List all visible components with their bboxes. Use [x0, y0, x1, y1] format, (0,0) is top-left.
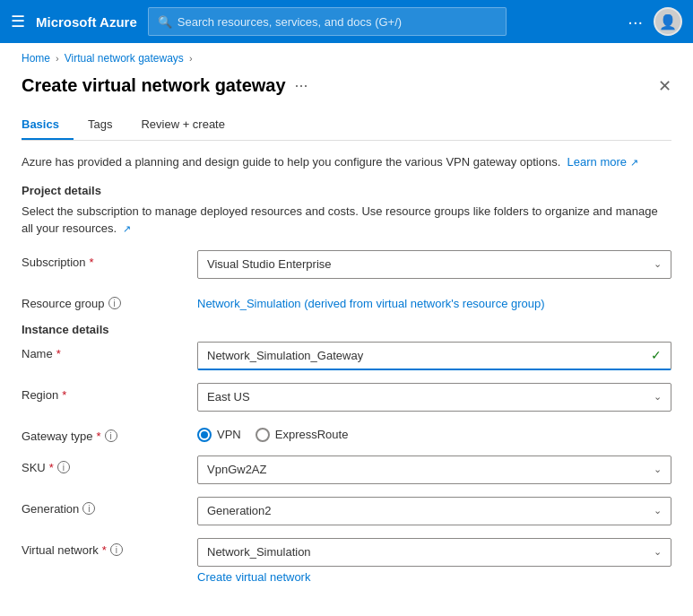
- generation-row: Generation i Generation2 ⌄: [22, 497, 671, 525]
- gateway-type-radio-group: VPN ExpressRoute: [197, 424, 671, 442]
- sku-label: SKU * i: [22, 455, 183, 474]
- region-chevron-icon: ⌄: [654, 391, 662, 403]
- radio-expressroute-label: ExpressRoute: [275, 428, 349, 441]
- breadcrumb-sep-1: ›: [56, 53, 59, 64]
- name-label: Name *: [22, 342, 183, 360]
- external-link-icon: ↗: [630, 157, 638, 168]
- gateway-type-info-icon[interactable]: i: [105, 429, 117, 442]
- subscription-dropdown[interactable]: Visual Studio Enterprise ⌄: [197, 250, 671, 279]
- radio-vpn-label: VPN: [217, 428, 241, 441]
- breadcrumb-parent[interactable]: Virtual network gateways: [65, 52, 184, 65]
- radio-vpn[interactable]: VPN: [197, 428, 241, 442]
- brand-name: Microsoft Azure: [36, 14, 137, 30]
- breadcrumb-home[interactable]: Home: [22, 52, 50, 65]
- subscription-label: Subscription *: [22, 250, 183, 269]
- subscription-value: Visual Studio Enterprise: [207, 257, 332, 271]
- create-virtual-network-link[interactable]: Create virtual network: [197, 570, 310, 584]
- page-options-icon[interactable]: ···: [295, 76, 308, 95]
- tab-review-create[interactable]: Review + create: [141, 110, 239, 140]
- name-input[interactable]: Network_Simulation_Gateway ✓: [197, 342, 671, 370]
- tab-basics[interactable]: Basics: [22, 110, 74, 140]
- generation-value: Generation2: [207, 504, 272, 517]
- gateway-type-required: *: [97, 429, 101, 443]
- sku-control: VpnGw2AZ ⌄: [197, 455, 671, 484]
- search-placeholder: Search resources, services, and docs (G+…: [178, 15, 402, 29]
- top-nav: ☰ Microsoft Azure 🔍 Search resources, se…: [0, 0, 693, 43]
- info-text: Azure has provided a planning and design…: [22, 153, 671, 171]
- virtual-network-required: *: [102, 543, 107, 557]
- radio-expressroute[interactable]: ExpressRoute: [256, 428, 349, 442]
- page-header: Create virtual network gateway ··· ✕: [22, 68, 671, 110]
- page-title-row: Create virtual network gateway ···: [22, 75, 308, 96]
- main-content: Create virtual network gateway ··· ✕ Bas…: [0, 68, 693, 614]
- sku-row: SKU * i VpnGw2AZ ⌄: [22, 455, 671, 484]
- virtual-network-value: Network_Simulation: [207, 545, 311, 559]
- gateway-type-label: Gateway type * i: [22, 424, 183, 443]
- virtual-network-chevron-icon: ⌄: [654, 546, 662, 558]
- sku-dropdown[interactable]: VpnGw2AZ ⌄: [197, 455, 671, 484]
- generation-info-icon[interactable]: i: [82, 502, 95, 515]
- global-search[interactable]: 🔍 Search resources, services, and docs (…: [148, 7, 507, 36]
- resource-group-label: Resource group i: [22, 291, 183, 310]
- subscription-required: *: [90, 256, 94, 269]
- gateway-type-row: Gateway type * i VPN ExpressRoute: [22, 424, 671, 443]
- sku-chevron-icon: ⌄: [654, 464, 662, 475]
- project-details-header: Project details: [22, 184, 671, 197]
- nav-dots-icon[interactable]: ···: [628, 12, 643, 32]
- resource-group-control: Network_Simulation (derived from virtual…: [197, 291, 671, 310]
- sku-required: *: [49, 461, 54, 474]
- resource-group-row: Resource group i Network_Simulation (der…: [22, 291, 671, 310]
- page-title: Create virtual network gateway: [22, 75, 286, 96]
- chevron-down-icon: ⌄: [654, 258, 662, 270]
- project-link-icon: ↗: [123, 223, 131, 234]
- region-dropdown[interactable]: East US ⌄: [197, 383, 671, 412]
- tab-tags[interactable]: Tags: [88, 110, 126, 140]
- resource-group-value: Network_Simulation (derived from virtual…: [197, 291, 671, 310]
- tabs: Basics Tags Review + create: [22, 110, 671, 141]
- virtual-network-label: Virtual network * i: [22, 538, 183, 557]
- breadcrumb-sep-2: ›: [189, 53, 193, 64]
- virtual-network-dropdown[interactable]: Network_Simulation ⌄: [197, 538, 671, 567]
- close-button[interactable]: ✕: [658, 76, 671, 96]
- instance-details-header: Instance details: [22, 323, 671, 336]
- subscription-control: Visual Studio Enterprise ⌄: [197, 250, 671, 279]
- virtual-network-control: Network_Simulation ⌄ Create virtual netw…: [197, 538, 671, 584]
- name-row: Name * Network_Simulation_Gateway ✓: [22, 342, 671, 370]
- search-icon: 🔍: [158, 15, 172, 29]
- radio-vpn-dot: [201, 431, 208, 438]
- radio-vpn-circle: [197, 428, 212, 442]
- region-required: *: [62, 388, 66, 402]
- gateway-type-control: VPN ExpressRoute: [197, 424, 671, 442]
- subscription-row: Subscription * Visual Studio Enterprise …: [22, 250, 671, 279]
- name-required: *: [56, 347, 61, 360]
- sku-value: VpnGw2AZ: [207, 463, 266, 476]
- name-control: Network_Simulation_Gateway ✓: [197, 342, 671, 370]
- name-value: Network_Simulation_Gateway: [207, 349, 363, 362]
- region-label: Region *: [22, 383, 183, 402]
- generation-label: Generation i: [22, 497, 183, 516]
- generation-chevron-icon: ⌄: [654, 505, 662, 516]
- learn-more-link[interactable]: Learn more ↗: [567, 155, 638, 169]
- region-value: East US: [207, 390, 250, 403]
- breadcrumb: Home › Virtual network gateways ›: [0, 43, 693, 68]
- sku-info-icon[interactable]: i: [57, 461, 70, 473]
- generation-dropdown[interactable]: Generation2 ⌄: [197, 497, 671, 525]
- valid-check-icon: ✓: [651, 348, 662, 362]
- hamburger-icon[interactable]: ☰: [11, 12, 25, 31]
- region-row: Region * East US ⌄: [22, 383, 671, 412]
- resource-group-info-icon[interactable]: i: [108, 297, 121, 309]
- project-details-desc: Select the subscription to manage deploy…: [22, 203, 671, 238]
- region-control: East US ⌄: [197, 383, 671, 412]
- generation-control: Generation2 ⌄: [197, 497, 671, 525]
- virtual-network-row: Virtual network * i Network_Simulation ⌄…: [22, 538, 671, 584]
- avatar-icon: 👤: [659, 13, 677, 30]
- virtual-network-info-icon[interactable]: i: [110, 543, 123, 556]
- radio-expressroute-circle: [256, 428, 270, 442]
- avatar[interactable]: 👤: [654, 7, 682, 36]
